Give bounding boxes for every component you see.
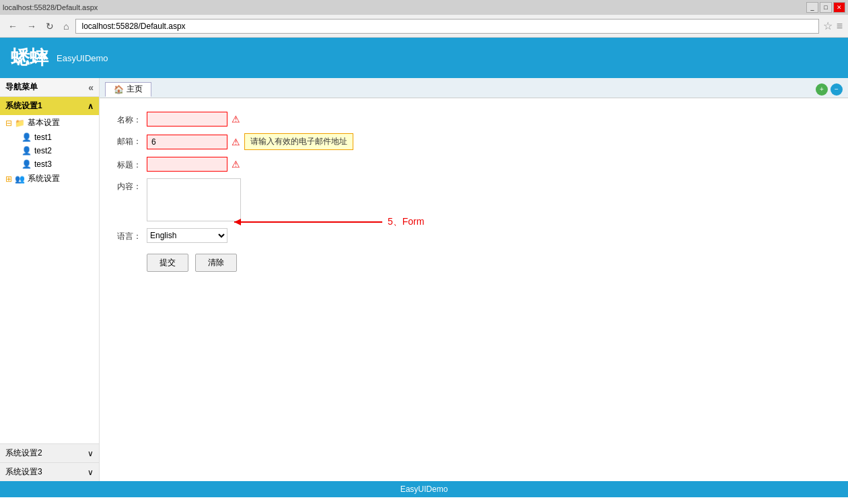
home-button[interactable]: ⌂ <box>61 20 71 33</box>
email-warning-icon: ⚠ <box>232 137 240 147</box>
close-button[interactable]: ✕ <box>833 2 845 13</box>
settings-icon[interactable]: ≡ <box>837 20 843 32</box>
sys-settings-label: 系统设置 <box>28 173 60 184</box>
form-row-name: 名称： ⚠ <box>113 112 517 127</box>
chevron-down-icon3: ∨ <box>87 468 94 477</box>
email-tooltip: 请输入有效的电子邮件地址 <box>244 133 353 150</box>
page-content: 名称： ⚠ 邮箱： ⚠ 请输入有效的电子邮件地址 <box>100 98 848 481</box>
sidebar-section3[interactable]: 系统设置3 ∨ <box>0 462 99 481</box>
name-label: 名称： <box>113 112 147 126</box>
back-button[interactable]: ← <box>5 20 20 33</box>
tab-home[interactable]: 🏠 主页 <box>105 82 151 97</box>
sidebar-section1-label: 系统设置1 <box>5 100 42 112</box>
user-icon: 👤 <box>22 133 32 142</box>
title-label: 标题： <box>113 157 147 171</box>
form-container: 名称： ⚠ 邮箱： ⚠ 请输入有效的电子邮件地址 <box>113 112 517 272</box>
content-label: 内容： <box>113 178 147 192</box>
tab-home-label: 主页 <box>127 83 143 95</box>
sidebar-section2-label: 系统设置2 <box>5 447 42 459</box>
expand-icon2: ⊞ <box>5 174 12 184</box>
tab-add-button[interactable]: + <box>816 83 828 96</box>
submit-button[interactable]: 提交 <box>147 254 188 272</box>
sidebar-item-sys-settings[interactable]: ⊞ 👥 系统设置 <box>0 171 99 186</box>
sidebar-item-test2[interactable]: 👤 test2 <box>0 144 99 157</box>
basic-settings-label: 基本设置 <box>28 117 60 129</box>
title-input[interactable] <box>147 157 227 172</box>
reload-button[interactable]: ↻ <box>43 20 57 33</box>
test2-label: test2 <box>34 146 52 155</box>
tab-close-button[interactable]: − <box>831 83 843 96</box>
user-icon3: 👤 <box>22 159 32 169</box>
chevron-up-icon: ∧ <box>87 102 94 111</box>
lang-select[interactable]: English Chinese Japanese <box>147 228 227 243</box>
annotation-text: 5、Form <box>388 216 424 228</box>
form-row-email: 邮箱： ⚠ 请输入有效的电子邮件地址 <box>113 133 517 150</box>
lang-label: 语言： <box>113 228 147 242</box>
sidebar-section2[interactable]: 系统设置2 ∨ <box>0 443 99 462</box>
address-bar-input[interactable] <box>75 19 818 34</box>
test1-label: test1 <box>34 133 52 142</box>
maximize-button[interactable]: □ <box>820 2 832 13</box>
sidebar-section3-label: 系统设置3 <box>5 466 42 478</box>
group-icon: 👥 <box>15 174 25 184</box>
sidebar-item-basic-settings[interactable]: ⊟ 📁 基本设置 <box>0 115 99 131</box>
home-icon: 🏠 <box>114 85 124 94</box>
expand-icon: ⊟ <box>5 118 12 128</box>
content-textarea[interactable] <box>147 178 241 221</box>
test3-label: test3 <box>34 159 52 169</box>
sidebar-section1[interactable]: 系统设置1 ∧ <box>0 97 99 115</box>
form-row-content: 内容： <box>113 178 517 221</box>
annotation: 5、Form <box>234 216 424 228</box>
footer-text: EasyUIDemo <box>400 484 448 494</box>
name-warning-icon: ⚠ <box>232 114 240 124</box>
app-title: EasyUIDemo <box>57 53 108 63</box>
sidebar-collapse-icon[interactable]: « <box>88 82 94 93</box>
browser-tab-active: localhost:55828/Default.aspx <box>3 3 98 11</box>
app-footer: EasyUIDemo <box>0 481 848 497</box>
user-icon2: 👤 <box>22 146 32 155</box>
form-row-lang: 语言： English Chinese Japanese <box>113 228 517 243</box>
folder-icon: 📁 <box>15 118 25 128</box>
bookmark-icon[interactable]: ☆ <box>823 20 833 32</box>
app-logo: 蟋蟀 <box>11 45 48 71</box>
nav-label: 导航菜单 <box>5 81 38 93</box>
arrow-line <box>234 221 382 223</box>
minimize-button[interactable]: _ <box>806 2 818 13</box>
clear-button[interactable]: 清除 <box>195 254 237 272</box>
email-input[interactable] <box>147 135 227 149</box>
email-label: 邮箱： <box>113 133 147 147</box>
sidebar-item-test1[interactable]: 👤 test1 <box>0 131 99 144</box>
title-warning-icon: ⚠ <box>232 159 240 170</box>
form-buttons: 提交 清除 <box>147 254 517 272</box>
name-input[interactable] <box>147 112 227 127</box>
chevron-down-icon2: ∨ <box>87 449 94 458</box>
form-row-title: 标题： ⚠ <box>113 157 517 172</box>
sidebar-item-test3[interactable]: 👤 test3 <box>0 157 99 171</box>
forward-button[interactable]: → <box>24 20 39 33</box>
